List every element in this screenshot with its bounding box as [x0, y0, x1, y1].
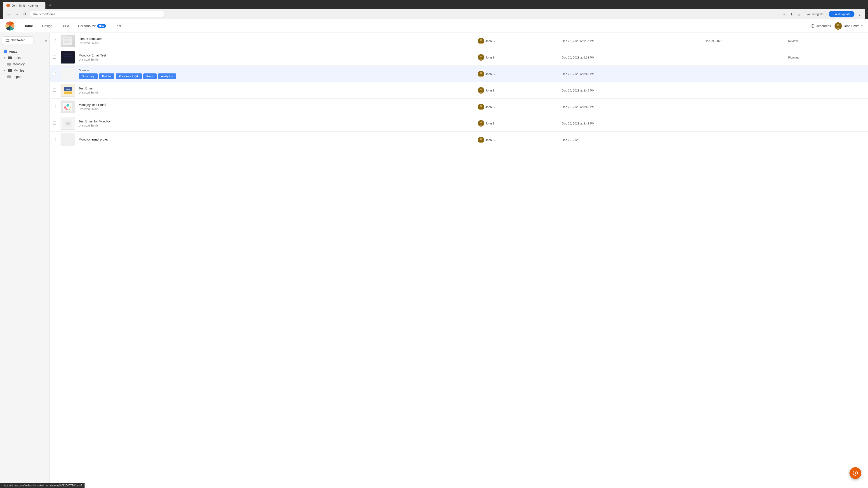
email-title: Moodjoy Test Email	[79, 103, 474, 107]
row-status-cell	[786, 132, 858, 148]
row-more-button[interactable]: ···	[860, 104, 866, 110]
fab-button[interactable]	[849, 467, 861, 479]
row-username: John S.	[486, 105, 495, 109]
resources-button[interactable]: i Resources	[811, 24, 831, 28]
nav-build[interactable]: Build	[58, 22, 72, 30]
nav-home[interactable]: Home	[20, 22, 37, 30]
row-avatar	[478, 120, 484, 127]
open-in-builder-button[interactable]: Builder	[99, 73, 114, 79]
sidebar-item-edits-label: Edits	[13, 56, 21, 60]
row-checkbox[interactable]	[53, 56, 56, 59]
avatar-info: John S.	[478, 38, 558, 44]
email-subtitle: Unsorted Emails	[79, 107, 474, 111]
row-checkbox[interactable]	[53, 122, 56, 125]
avatar-info: John S.	[478, 87, 558, 94]
back-button[interactable]: ←	[5, 11, 12, 17]
row-username: John S.	[486, 138, 495, 142]
svg-text:i: i	[812, 25, 813, 27]
table-row[interactable]: Moodjoy Email Test Unsorted Emails John …	[50, 49, 868, 66]
logo[interactable]	[5, 22, 14, 31]
open-in-analytics-button[interactable]: Analytics	[158, 73, 176, 79]
row-thumbnail	[61, 35, 75, 47]
row-thumbnail	[61, 101, 75, 113]
browser-more-button[interactable]: ⋮	[856, 11, 863, 17]
row-info-cell: Litmus Template Unsorted Emails	[77, 33, 476, 49]
svg-point-40	[480, 122, 482, 123]
row-status-cell	[786, 66, 858, 82]
row-date2-cell	[703, 66, 786, 82]
sidebar-item-imports[interactable]: Imports	[2, 74, 48, 80]
table-row[interactable]: Litmus Template Unsorted Emails John S.	[50, 33, 868, 49]
svg-rect-17	[64, 58, 70, 58]
row-actions-cell: ···	[858, 82, 868, 99]
row-more-button[interactable]: ···	[860, 88, 866, 93]
sidebar-item-amas[interactable]: Amas	[2, 48, 48, 55]
refresh-button[interactable]: ↻	[22, 11, 27, 17]
tab-close-button[interactable]: ×	[40, 4, 42, 7]
row-status-cell: Planning	[786, 49, 858, 66]
myfiles-expand-icon: ▼	[4, 69, 6, 72]
forward-button[interactable]: →	[13, 11, 20, 17]
email-subtitle: Unsorted Emails	[79, 91, 474, 94]
extensions-button[interactable]: ⊞	[796, 11, 802, 17]
open-in-previews-button[interactable]: Previews & QA	[116, 73, 142, 79]
row-more-button[interactable]: ···	[860, 38, 866, 44]
info-icon: i	[811, 24, 814, 28]
row-date2-cell: Dec 29, 2023	[703, 33, 786, 49]
sidebar-item-edits[interactable]: ▼ Edits	[2, 55, 48, 61]
svg-point-31	[70, 107, 71, 108]
nav-personalize[interactable]: Personalize New	[74, 22, 110, 30]
open-in-summary-button[interactable]: Summary	[79, 73, 98, 79]
row-info-cell: Moodjoy Email Test Unsorted Emails	[77, 49, 476, 66]
row-more-button[interactable]: ···	[860, 121, 866, 126]
row-more-button[interactable]: ···	[860, 55, 866, 60]
row-username: John S.	[486, 122, 495, 125]
svg-text:Email: Email	[66, 88, 70, 90]
bookmark-button[interactable]: ☆	[781, 11, 787, 17]
row-info-cell: Test Email Unsorted Emails	[77, 82, 476, 99]
table-row[interactable]: Test Email for Moodjoy Unsorted Emails J…	[50, 115, 868, 132]
active-tab[interactable]: John Smith > Litmus ×	[3, 2, 45, 9]
address-input[interactable]	[29, 11, 165, 18]
row-checkbox[interactable]	[53, 105, 56, 108]
svg-rect-8	[64, 38, 71, 39]
new-folder-button[interactable]: New folder	[2, 36, 33, 44]
fab-icon	[852, 470, 858, 476]
table-row[interactable]: Open in Summary Builder Previews & QA Pr…	[50, 66, 868, 82]
nav-test[interactable]: Test	[112, 22, 125, 30]
incognito-button[interactable]: Incognito	[804, 11, 827, 17]
row-avatar	[478, 87, 484, 94]
sidebar-item-moodjoy[interactable]: Moodjoy	[2, 61, 48, 67]
list-view-button[interactable]: ≡	[44, 38, 48, 44]
download-button[interactable]: ⬇	[789, 11, 794, 17]
sidebar-item-myfiles[interactable]: ▼ My files	[2, 67, 48, 74]
email-title: Test Email	[79, 87, 474, 90]
row-checkbox[interactable]	[53, 39, 56, 42]
svg-point-30	[64, 106, 66, 109]
user-menu[interactable]: John Smith ▾	[835, 22, 863, 30]
svg-rect-16	[64, 56, 71, 57]
row-checkbox[interactable]	[53, 72, 56, 75]
folder-amas-icon	[4, 50, 7, 53]
new-tab-button[interactable]: +	[47, 2, 53, 9]
top-nav: Home Design Build Personalize New Test i…	[0, 19, 868, 33]
row-thumb-cell: Email	[59, 82, 77, 99]
nav-design[interactable]: Design	[38, 22, 56, 30]
user-name: John Smith	[844, 24, 860, 28]
row-more-button[interactable]: ···	[860, 137, 866, 143]
table-row[interactable]: Email Test Email Unsorted Emails	[50, 82, 868, 99]
row-checkbox[interactable]	[53, 89, 56, 92]
nav-right: i Resources John Smith ▾	[811, 22, 863, 30]
finish-update-button[interactable]: Finish update	[829, 11, 855, 18]
folder-edits-icon	[8, 57, 12, 59]
row-checkbox[interactable]	[53, 138, 56, 141]
row-avatar-cell: John S.	[476, 115, 560, 132]
open-in-proof-button[interactable]: Proof	[143, 73, 157, 79]
table-row[interactable]: Moodjoy email project John S. Dec 2	[50, 132, 868, 148]
row-more-button[interactable]: ···	[860, 71, 866, 77]
table-row[interactable]: Moodjoy Test Email Unsorted Emails John …	[50, 99, 868, 115]
sidebar-item-moodjoy-label: Moodjoy	[13, 62, 25, 66]
row-avatar-cell: John S.	[476, 33, 560, 49]
svg-point-27	[480, 89, 482, 90]
row-username: John S.	[486, 39, 495, 43]
